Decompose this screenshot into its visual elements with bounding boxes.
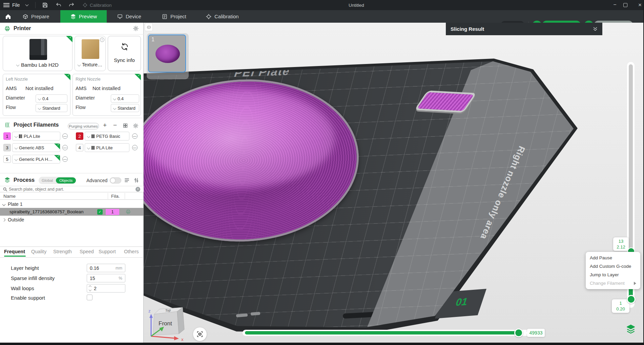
printer-section-title: Printer [14,25,31,31]
search-clear-icon[interactable]: × [136,187,140,192]
stepper-down-icon[interactable] [89,288,91,291]
filament-3-select[interactable]: Generic ABS✓ [12,143,60,152]
search-row: × [0,186,144,192]
wall-loops-stepper[interactable]: 2 [87,284,125,293]
filament-4-edit-button[interactable]: ••• [132,145,138,150]
plate-thumbnail[interactable]: 1 [148,35,186,72]
viewport-3d[interactable]: PEI Plate Right nozzle only area 01 1 To… [144,23,644,343]
sidebar-collapse-button[interactable] [145,23,153,31]
flush-matrix-icon[interactable] [123,123,128,128]
fit-view-button[interactable] [193,327,207,341]
param-tab-support[interactable]: Support [99,249,116,254]
filament-2-edit-button[interactable]: ••• [132,133,138,139]
window-close-button[interactable]: × [636,1,644,10]
disc-translucent-cap [145,89,335,187]
tab-device[interactable]: Device [117,10,141,23]
add-filament-button[interactable]: + [103,122,107,129]
move-slider-fill[interactable] [245,331,516,335]
filament-3-name: Generic ABS [19,145,44,150]
view-cube[interactable]: Top Front z x [148,307,192,343]
undo-icon[interactable] [56,2,62,8]
process-global-tab[interactable]: Global [39,178,56,182]
purging-volumes-button[interactable]: Purging volumes [68,123,99,129]
filament-2-number[interactable]: 2 [76,132,83,140]
tree-row-object[interactable]: spiralbetty_1771636808757_Boolean ✓ 1 [0,208,144,216]
file-menu-chevron-icon[interactable] [25,3,29,6]
flow-select-left[interactable]: Standard [36,104,67,112]
param-tab-frequent[interactable]: Frequent [4,249,25,254]
menu-item-add-pause[interactable]: Add Pause [586,254,640,262]
param-tab-quality[interactable]: Quality [31,249,46,254]
remove-filament-button[interactable]: − [113,122,117,129]
tree-row-outside[interactable]: Outside [0,216,144,223]
enable-support-checkbox[interactable] [87,295,92,300]
menu-item-jump-to-layer[interactable]: Jump to Layer [586,271,640,279]
object-printer-icon[interactable] [125,209,131,215]
slicing-result-title: Slicing Result [451,26,484,32]
param-tune-icon[interactable] [133,177,139,183]
filament-5-select[interactable]: Generic PLA Hig…✓ [12,155,60,164]
layer-slider-bottom-handle[interactable] [627,295,636,304]
plate-type-card[interactable]: i Texture… [75,36,106,71]
filament-5-number[interactable]: 5 [3,155,11,163]
filament-4-number[interactable]: 4 [76,144,83,151]
file-menu[interactable]: File [12,2,20,8]
flow-value-left: Standard [42,106,60,111]
outside-expand-chevron-icon[interactable] [2,218,6,221]
param-tab-others[interactable]: Others [124,249,139,254]
stepper-arrows[interactable] [89,286,91,291]
titlebar-divider [35,2,36,8]
filament-1-number[interactable]: 1 [3,132,11,140]
layer-slider-upper-rail[interactable] [629,64,633,251]
filament-1-select[interactable]: PLA Lite [12,132,60,141]
calibration-target-icon [206,14,212,20]
filament-4-select[interactable]: PLA Lite [85,143,129,152]
search-input[interactable] [9,187,121,192]
hamburger-menu-icon[interactable] [3,3,9,7]
object-visible-check[interactable]: ✓ [97,209,103,215]
diameter-select-left[interactable]: 0.4 [36,94,67,103]
plate-type-row[interactable]: Texture… [75,62,105,67]
param-tab-speed[interactable]: Speed [80,249,94,254]
window-minimize-button[interactable]: − [610,1,619,9]
window-maximize-button[interactable] [623,3,627,7]
menu-item-change-filament[interactable]: Change Filament [586,279,640,287]
tree-row-plate[interactable]: Plate 1 [0,200,144,208]
slicing-result-bar[interactable]: Slicing Result [446,23,602,35]
home-icon[interactable] [5,13,12,20]
sync-info-card[interactable]: Sync info [108,36,141,71]
infill-input[interactable]: 15 % [87,274,125,282]
tab-preview[interactable]: Preview [60,10,107,23]
filament-3-number[interactable]: 3 [3,144,11,151]
tab-project[interactable]: Project [162,10,186,23]
tab-calibration[interactable]: Calibration [206,10,239,23]
param-tab-strength[interactable]: Strength [53,249,72,254]
menu-item-add-custom-gcode[interactable]: Add Custom G-code [586,262,640,271]
plate-info-icon[interactable]: i [100,38,104,42]
save-icon[interactable] [42,2,48,8]
flow-select-right[interactable]: Standard [111,104,139,112]
object-filament-badge[interactable]: 1 [106,209,119,215]
printer-card[interactable]: ✓ Bambu Lab H2D [3,36,72,71]
param-list-icon[interactable] [124,177,130,183]
stepper-up-icon[interactable] [89,285,91,288]
filament-3-edit-button[interactable]: ••• [62,145,68,150]
redo-icon[interactable] [68,2,75,8]
layer-height-input[interactable]: 0.16 mm [87,264,125,272]
printer-name-row[interactable]: Bambu Lab H2D [3,62,72,68]
process-objects-tab[interactable]: Objects [56,177,76,184]
printer-settings-gear-icon[interactable] [133,25,139,31]
filament-1-edit-button[interactable]: ••• [62,133,68,139]
filament-5-edit-button[interactable]: ••• [62,156,68,162]
filament-2-select[interactable]: PETG Basic [85,132,129,141]
diameter-select-right[interactable]: 0.4 [111,94,139,103]
layers-view-icon[interactable] [625,324,636,335]
filament-4-name: PLA Lite [96,145,112,150]
move-slider-handle[interactable] [514,328,523,337]
filament-settings-gear-icon[interactable] [133,123,139,129]
plate-expand-chevron-icon[interactable] [2,202,6,206]
expand-double-chevron-icon[interactable] [592,26,598,32]
process-scope-toggle: Global Objects [39,177,76,184]
advanced-toggle[interactable] [110,177,121,184]
tab-prepare[interactable]: Prepare [22,10,49,23]
